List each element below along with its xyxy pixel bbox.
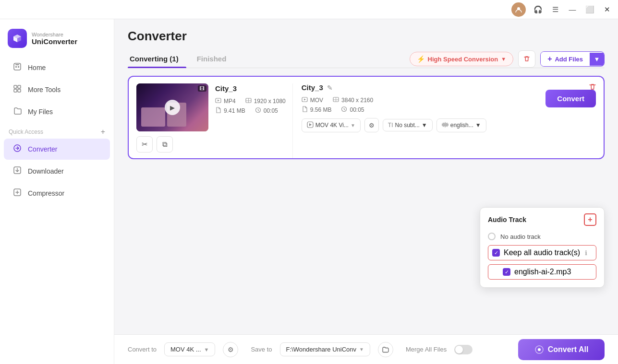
sidebar: Wondershare UniConverter Home (0, 19, 114, 364)
output-resolution-meta: 3840 x 2160 (333, 96, 373, 104)
format-settings-round-button[interactable]: ⚙ (223, 342, 238, 357)
add-files-button[interactable]: + Add Files ▼ (540, 51, 605, 67)
delete-button[interactable] (518, 50, 535, 68)
sub-track-row: ✓ english-ai-2.mp3 (488, 264, 596, 280)
play-button[interactable]: ▶ (165, 100, 180, 115)
file-list-area: ▶ 🎞 City_3 (114, 68, 618, 334)
output-duration-meta: 00:05 (341, 106, 364, 113)
no-audio-option[interactable]: No audio track (488, 233, 596, 240)
maximize-icon[interactable]: ⬜ (584, 4, 595, 15)
format-dropdown-caret-icon: ▼ (204, 347, 209, 352)
svg-rect-8 (14, 85, 17, 88)
format-select-button[interactable]: MOV 4K Vi... ▼ (302, 118, 361, 132)
svg-rect-11 (18, 89, 21, 92)
minimize-icon[interactable]: — (567, 4, 578, 15)
headset-icon[interactable]: 🎧 (533, 4, 543, 15)
tab-converting[interactable]: Converting (1) (128, 51, 186, 68)
svg-marker-16 (218, 100, 219, 102)
svg-rect-7 (15, 64, 19, 65)
output-file-name: City_3 (302, 83, 323, 92)
format-select-icon (307, 121, 314, 129)
toggle-knob (455, 346, 463, 353)
no-audio-radio[interactable] (488, 233, 496, 240)
file-size-icon (215, 107, 221, 114)
sidebar-item-more-tools[interactable]: More Tools (4, 79, 110, 100)
video-format-icon (215, 97, 221, 105)
subtitle-select-button[interactable]: TI No subt... ▼ (383, 119, 433, 131)
save-to-label: Save to (251, 346, 272, 353)
add-track-button[interactable]: + (584, 213, 596, 226)
format-dropdown[interactable]: MOV 4K ... ▼ (164, 342, 215, 356)
keep-all-label: Keep all audio track(s) (504, 248, 580, 257)
sidebar-item-compressor[interactable]: Compressor (4, 183, 110, 204)
input-resolution-meta: 1920 x 1080 (245, 97, 286, 105)
output-size-meta: 9.56 MB (302, 106, 332, 113)
sidebar-item-home[interactable]: Home (4, 57, 110, 78)
sidebar-item-more-tools-label: More Tools (28, 86, 61, 94)
input-format-meta: MP4 (215, 97, 236, 105)
page-header: Converter Converting (1) Finished ⚡ High… (114, 19, 618, 68)
compressor-icon (12, 188, 22, 199)
keep-all-row: ✓ Keep all audio track(s) ℹ (488, 245, 596, 260)
save-path-selector[interactable]: F:\Wondershare UniConv ▼ (280, 342, 370, 356)
keep-all-checkbox[interactable]: ✓ (492, 249, 500, 257)
sidebar-item-my-files-label: My Files (28, 108, 53, 116)
format-settings-button[interactable]: ⚙ (364, 118, 379, 132)
lightning-icon: ⚡ (417, 55, 425, 63)
audio-lang-label: english... (450, 122, 473, 129)
sub-track-checkbox[interactable]: ✓ (503, 268, 510, 276)
audio-lang-select-button[interactable]: english... ▼ (436, 118, 486, 132)
merge-label: Merge All Files (406, 346, 447, 353)
downloader-icon (12, 166, 22, 176)
high-speed-label: High Speed Conversion (428, 56, 498, 63)
bottom-bar: Convert to MOV 4K ... ▼ ⚙ Save to F:\Won… (114, 334, 618, 364)
svg-marker-28 (309, 123, 312, 126)
add-files-label: Add Files (555, 56, 583, 63)
save-path-folder-button[interactable] (378, 342, 393, 357)
tabs-right: ⚡ High Speed Conversion ▼ + Add Files (410, 50, 605, 68)
audio-track-title: Audio Track (488, 216, 526, 223)
quick-access-label: Quick Access (9, 129, 43, 135)
sidebar-item-converter-label: Converter (28, 145, 57, 153)
sub-track-label: english-ai-2.mp3 (514, 268, 571, 276)
format-select-label: MOV 4K Vi... (315, 122, 349, 129)
copy-button[interactable]: ⧉ (157, 136, 173, 153)
video-thumbnail: ▶ 🎞 (136, 83, 208, 131)
resolution-icon (245, 97, 252, 105)
high-speed-caret-icon: ▼ (501, 56, 506, 62)
close-icon[interactable]: ✕ (602, 4, 612, 15)
add-files-caret-icon[interactable]: ▼ (590, 53, 604, 66)
output-info: City_3 ✎ MOV (302, 83, 538, 113)
converter-icon (12, 144, 22, 154)
svg-marker-22 (304, 99, 306, 101)
convert-all-label: Convert All (548, 345, 589, 354)
output-duration-icon (341, 106, 347, 113)
sidebar-item-downloader[interactable]: Downloader (4, 161, 110, 182)
logo-text: Wondershare UniConverter (32, 32, 77, 46)
file-actions-bar: ✂ ⧉ (136, 131, 286, 158)
high-speed-button[interactable]: ⚡ High Speed Conversion ▼ (410, 52, 514, 66)
save-path-caret-icon: ▼ (359, 347, 364, 352)
card-delete-button[interactable] (588, 82, 597, 94)
merge-toggle[interactable] (454, 345, 473, 354)
logo: Wondershare UniConverter (0, 25, 114, 57)
convert-all-button[interactable]: Convert All (518, 339, 605, 360)
user-avatar-icon[interactable] (511, 2, 526, 17)
page-title: Converter (128, 29, 605, 44)
input-size-meta: 9.41 MB (215, 107, 245, 114)
app-body: Wondershare UniConverter Home (0, 19, 618, 364)
tab-finished[interactable]: Finished (195, 51, 234, 68)
edit-icon[interactable]: ✎ (327, 84, 333, 92)
audio-wave-icon (442, 121, 448, 129)
file-card: ▶ 🎞 City_3 (128, 76, 605, 159)
sidebar-item-compressor-label: Compressor (28, 189, 64, 197)
sidebar-item-my-files[interactable]: My Files (4, 101, 110, 122)
output-controls: MOV 4K Vi... ▼ ⚙ TI No subt... ▼ (302, 113, 596, 138)
trim-button[interactable]: ✂ (136, 136, 153, 153)
menu-icon[interactable]: ☰ (550, 4, 560, 15)
info-icon: ℹ (585, 249, 587, 257)
sidebar-item-downloader-label: Downloader (28, 167, 64, 175)
sidebar-item-converter[interactable]: Converter (4, 139, 110, 160)
main-content: Converter Converting (1) Finished ⚡ High… (114, 19, 618, 364)
quick-access-add-button[interactable]: + (101, 128, 105, 136)
